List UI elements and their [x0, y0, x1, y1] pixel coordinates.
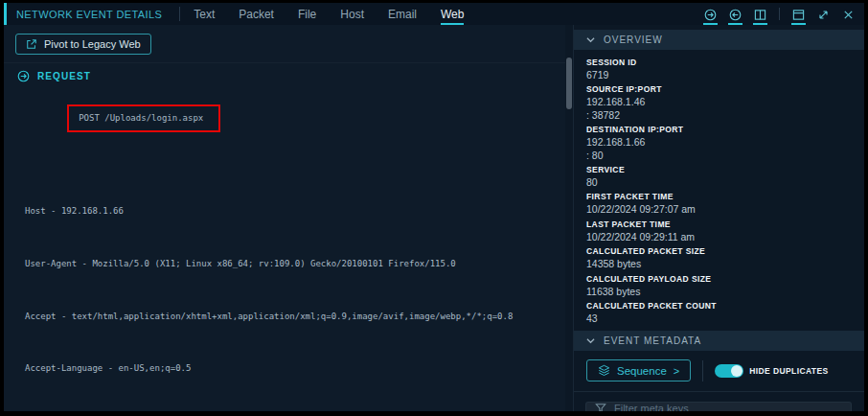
- field-value: 10/22/2024 09:29:11 am: [586, 231, 852, 243]
- field-value: 192.168.1.66: [586, 136, 852, 149]
- field-value: : 38782: [586, 109, 852, 122]
- hide-duplicates-label: HIDE DUPLICATES: [749, 366, 828, 376]
- overview-field: FIRST PACKET TIME 10/22/2024 09:27:07 am: [586, 191, 852, 216]
- field-label: CALCULATED PACKET COUNT: [586, 300, 852, 312]
- request-section-label: REQUEST: [37, 71, 91, 81]
- field-label: SOURCE IP:PORT: [586, 83, 852, 96]
- tab-label: Host: [340, 8, 364, 21]
- chevron-right-icon: >: [674, 365, 679, 377]
- field-value: : 80: [586, 150, 852, 162]
- field-values: 11638 bytes: [586, 286, 852, 298]
- tab[interactable]: Packet: [239, 3, 274, 25]
- filter-meta-keys-field[interactable]: [585, 402, 852, 411]
- tab-label: Text: [194, 8, 215, 21]
- field-value: 14358 bytes: [586, 258, 852, 270]
- overview-fields: SESSION ID 6719 SOURCE IP:PORT: [574, 50, 864, 329]
- field-values: 14358 bytes: [586, 258, 852, 270]
- titlebar-icons: [704, 3, 864, 25]
- field-value: 10/22/2024 09:27:07 am: [586, 203, 852, 216]
- field-label: CALCULATED PACKET SIZE: [586, 245, 852, 258]
- overview-field: CALCULATED PACKET SIZE 14358 bytes: [586, 245, 852, 270]
- pivot-button-label: Pivot to Legacy Web: [44, 38, 141, 50]
- field-values: 10/22/2024 09:27:07 am: [586, 203, 852, 216]
- next-event-circle-icon[interactable]: [704, 3, 717, 25]
- request-section-header: REQUEST: [4, 63, 565, 87]
- filter-funnel-icon: [595, 403, 606, 411]
- tab[interactable]: Web: [441, 3, 464, 25]
- sequence-button-label: Sequence: [617, 365, 667, 377]
- content-scrollbar[interactable]: [565, 25, 573, 411]
- scrollbar-thumb[interactable]: [566, 58, 572, 109]
- tab[interactable]: Text: [194, 3, 215, 25]
- request-header-line: Accept-Language - en-US,en;q=0.5: [25, 362, 565, 376]
- field-label: SESSION ID: [586, 57, 852, 69]
- overview-field: SOURCE IP:PORT 192.168.1.46 : 38782: [586, 83, 852, 122]
- event-content-pane: Pivot to Legacy Web REQUEST POST /Upload…: [4, 25, 565, 411]
- field-values: 43: [586, 312, 852, 325]
- filter-meta-keys-input[interactable]: [614, 403, 842, 411]
- tab-label: Email: [388, 8, 417, 21]
- tab[interactable]: File: [298, 3, 316, 25]
- toggle-switch-on[interactable]: [715, 364, 743, 378]
- request-header-line: Accept - text/html,application/xhtml+xml…: [25, 311, 565, 324]
- event-meta-sidebar: OVERVIEW SESSION ID 6719 SOURCE: [573, 25, 864, 411]
- field-values: 10/22/2024 09:29:11 am: [586, 231, 852, 243]
- split-view-icon[interactable]: [754, 3, 766, 25]
- hide-duplicates-toggle[interactable]: HIDE DUPLICATES: [715, 364, 828, 378]
- field-label: FIRST PACKET TIME: [586, 191, 852, 203]
- metadata-controls: Sequence > HIDE DUPLICATES: [574, 351, 864, 391]
- field-value: 192.168.1.46: [586, 96, 852, 108]
- overview-section-header[interactable]: OVERVIEW: [574, 30, 864, 50]
- layers-icon: [598, 364, 610, 377]
- previous-event-circle-icon[interactable]: [729, 3, 742, 25]
- overview-field: LAST PACKET TIME 10/22/2024 09:29:11 am: [586, 219, 852, 243]
- overlay-view-icon[interactable]: [792, 3, 805, 25]
- event-metadata-section-header[interactable]: EVENT METADATA: [574, 331, 864, 351]
- close-icon[interactable]: [842, 3, 855, 25]
- highlighted-request-line: POST /Uploads/login.aspx: [67, 104, 220, 133]
- overview-field: SERVICE 80: [586, 164, 852, 189]
- field-values: 192.168.1.66 : 80: [586, 136, 852, 162]
- overview-field: DESTINATION IP:PORT 192.168.1.66 : 80: [586, 124, 852, 162]
- tab[interactable]: Host: [340, 3, 364, 25]
- overview-field: CALCULATED PACKET COUNT 43: [586, 300, 852, 325]
- field-values: 6719: [586, 69, 852, 81]
- divider: [574, 391, 864, 392]
- field-label: SERVICE: [586, 164, 852, 176]
- event-metadata-title: EVENT METADATA: [604, 335, 701, 346]
- field-label: LAST PACKET TIME: [586, 219, 852, 231]
- pivot-to-legacy-web-button[interactable]: Pivot to Legacy Web: [15, 34, 151, 55]
- field-value: 80: [586, 176, 852, 189]
- divider: [179, 7, 180, 21]
- chevron-down-icon: [586, 336, 595, 345]
- field-value: 6719: [586, 69, 852, 81]
- request-header-line: User-Agent - Mozilla/5.0 (X11; Linux x86…: [25, 258, 565, 271]
- expand-icon[interactable]: [817, 3, 830, 25]
- titlebar: NETWORK EVENT DETAILS Text Packet File H…: [4, 3, 864, 25]
- tab-label: Web: [441, 8, 464, 21]
- request-section: REQUEST POST /Uploads/login.aspx Host - …: [4, 62, 565, 411]
- tab[interactable]: Email: [388, 3, 417, 25]
- overview-field: SESSION ID 6719: [586, 57, 852, 81]
- chevron-down-icon: [586, 35, 595, 44]
- field-value: 11638 bytes: [586, 286, 852, 298]
- divider: [702, 360, 703, 381]
- tab-label: Packet: [239, 8, 274, 21]
- sequence-button[interactable]: Sequence >: [586, 359, 691, 381]
- page-title: NETWORK EVENT DETAILS: [7, 3, 173, 25]
- network-event-details-window: NETWORK EVENT DETAILS Text Packet File H…: [4, 3, 864, 411]
- field-values: 192.168.1.46 : 38782: [586, 96, 852, 122]
- field-values: 80: [586, 176, 852, 189]
- request-arrow-circle-icon: [17, 70, 30, 82]
- overview-field: CALCULATED PAYLOAD SIZE 11638 bytes: [586, 273, 852, 298]
- field-label: DESTINATION IP:PORT: [586, 124, 852, 136]
- divider: [779, 8, 780, 20]
- overview-title: OVERVIEW: [604, 35, 663, 45]
- request-header-line: Host - 192.168.1.66: [25, 205, 565, 219]
- field-value: 43: [586, 312, 852, 325]
- main-area: Pivot to Legacy Web REQUEST POST /Upload…: [4, 25, 864, 411]
- tab-bar: Text Packet File Host Email: [194, 3, 464, 25]
- tab-label: File: [298, 8, 316, 21]
- field-label: CALCULATED PAYLOAD SIZE: [586, 273, 852, 286]
- external-link-icon: [26, 38, 37, 50]
